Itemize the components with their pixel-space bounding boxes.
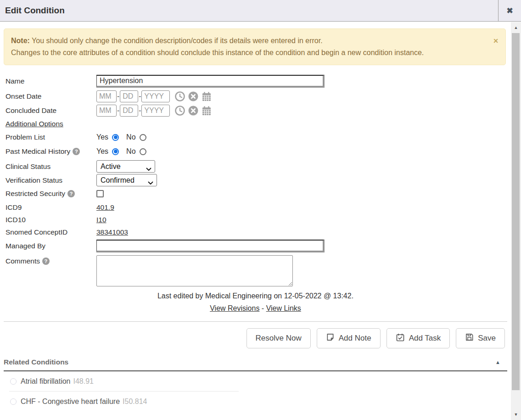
problem-list-radio-group: Yes No xyxy=(96,133,146,141)
dialog-title: Edit Condition xyxy=(0,6,65,16)
onset-date-tools xyxy=(174,91,212,102)
problem-list-yes-radio[interactable] xyxy=(112,134,119,141)
resolve-now-button[interactable]: Resolve Now xyxy=(246,328,311,348)
calendar-icon[interactable] xyxy=(201,91,212,102)
verification-status-select[interactable]: Confirmed xyxy=(96,174,157,186)
row-concluded-date: Concluded Date - - xyxy=(6,105,511,117)
clock-icon[interactable] xyxy=(174,105,185,116)
scrollbar-thumb[interactable] xyxy=(512,33,520,390)
add-note-label: Add Note xyxy=(339,334,371,343)
related-conditions-header[interactable]: Related Conditions ▲ xyxy=(4,358,507,371)
row-problem-list: Problem List Yes No xyxy=(6,132,511,143)
condition-radio-icon[interactable] xyxy=(10,398,17,405)
row-name: Name xyxy=(6,75,511,88)
action-buttons: Resolve Now Add Note Add Task Save xyxy=(0,328,505,348)
managed-by-input[interactable] xyxy=(96,240,325,252)
onset-month-input[interactable] xyxy=(96,90,117,102)
restricted-security-checkbox[interactable] xyxy=(96,190,104,197)
clock-icon[interactable] xyxy=(174,91,185,102)
row-icd9: ICD9 401.9 xyxy=(6,202,511,213)
date-separator: - xyxy=(139,106,141,115)
help-icon[interactable]: ? xyxy=(73,148,80,155)
links-separator: - xyxy=(262,304,264,312)
banner-dismiss-icon[interactable]: ✕ xyxy=(493,35,499,47)
concluded-day-input[interactable] xyxy=(120,105,138,117)
verification-status-value: Confirmed xyxy=(101,176,134,185)
add-note-button[interactable]: Add Note xyxy=(317,328,381,348)
condition-code: I50.814 xyxy=(123,398,147,406)
condition-form: Name Onset Date - - xyxy=(0,75,511,286)
clinical-status-select[interactable]: Active xyxy=(96,160,155,173)
row-managed-by: Managed By xyxy=(6,240,511,252)
no-label: No xyxy=(126,147,135,156)
date-separator: - xyxy=(117,92,119,101)
clear-date-icon[interactable] xyxy=(188,91,199,102)
onset-year-input[interactable] xyxy=(141,90,170,102)
comments-textarea[interactable] xyxy=(96,255,293,286)
clear-date-icon[interactable] xyxy=(188,105,199,116)
condition-name: Atrial fibrillation xyxy=(21,377,70,386)
yes-label: Yes xyxy=(96,133,108,141)
help-icon[interactable]: ? xyxy=(67,190,75,197)
no-label: No xyxy=(126,133,135,141)
collapse-icon[interactable]: ▲ xyxy=(495,359,507,365)
scroll-up-icon[interactable]: ▲ xyxy=(511,24,521,31)
comments-text: Comments xyxy=(6,257,40,265)
warning-line-1: Note: You should only change the conditi… xyxy=(11,35,487,47)
row-onset-date: Onset Date - - xyxy=(6,90,511,102)
note-icon xyxy=(326,333,335,344)
save-icon xyxy=(465,333,474,344)
snomed-link[interactable]: 38341003 xyxy=(96,228,128,236)
snomed-label: Snomed ConceptID xyxy=(6,228,96,236)
additional-options-link[interactable]: Additional Options xyxy=(6,120,63,128)
concluded-date-label: Concluded Date xyxy=(6,106,96,115)
verification-status-label: Verification Status xyxy=(6,176,96,185)
pmh-no-radio[interactable] xyxy=(140,148,146,155)
warning-text-1: You should only change the condition des… xyxy=(30,37,323,45)
past-medical-history-text: Past Medical History xyxy=(6,147,70,156)
pmh-yes-radio[interactable] xyxy=(112,148,119,155)
save-button[interactable]: Save xyxy=(456,328,505,348)
onset-date-label: Onset Date xyxy=(6,92,96,101)
related-conditions-title: Related Conditions xyxy=(4,358,68,366)
date-separator: - xyxy=(117,106,119,115)
view-revisions-link[interactable]: View Revisions xyxy=(210,304,259,312)
condition-code: I48.91 xyxy=(73,377,93,386)
warning-line-2: Changes to the core attributes of a cond… xyxy=(11,47,487,59)
save-label: Save xyxy=(478,334,496,343)
concluded-month-input[interactable] xyxy=(96,105,117,117)
help-icon[interactable]: ? xyxy=(42,258,50,265)
add-task-button[interactable]: Add Task xyxy=(387,328,450,348)
name-input[interactable] xyxy=(96,75,325,88)
comments-label: Comments ? xyxy=(6,257,96,265)
section-divider xyxy=(4,321,507,322)
scroll-down-icon[interactable]: ▼ xyxy=(511,411,521,418)
dialog-titlebar: Edit Condition ✖ xyxy=(0,0,521,22)
warning-banner: Note: You should only change the conditi… xyxy=(4,28,506,65)
row-clinical-status: Clinical Status Active xyxy=(6,160,511,173)
restricted-security-label: Restricted Security ? xyxy=(6,190,96,198)
condition-radio-icon[interactable] xyxy=(10,378,17,385)
chevron-down-icon xyxy=(148,179,153,187)
last-edited-text: Last edited by Medical Engineering on 12… xyxy=(0,292,511,300)
resolve-now-label: Resolve Now xyxy=(256,334,302,343)
row-additional-options: Additional Options xyxy=(6,118,511,129)
list-item[interactable]: Atrial fibrillation I48.91 xyxy=(4,371,507,391)
pmh-radio-group: Yes No xyxy=(96,147,146,156)
concluded-year-input[interactable] xyxy=(141,105,170,117)
list-item[interactable]: CHF - Congestive heart failure I50.814 xyxy=(4,392,507,411)
onset-day-input[interactable] xyxy=(120,90,138,102)
row-icd10: ICD10 I10 xyxy=(6,215,511,225)
view-links-link[interactable]: View Links xyxy=(266,304,301,312)
icd9-link[interactable]: 401.9 xyxy=(96,203,114,212)
revision-links: View Revisions - View Links xyxy=(0,304,511,313)
icd10-link[interactable]: I10 xyxy=(96,216,106,224)
restricted-security-text: Restricted Security xyxy=(6,190,65,198)
problem-list-no-radio[interactable] xyxy=(140,134,146,141)
calendar-icon[interactable] xyxy=(201,105,212,116)
clinical-status-value: Active xyxy=(101,162,121,171)
related-conditions-section: Related Conditions ▲ Atrial fibrillation… xyxy=(4,358,507,411)
vertical-scrollbar[interactable]: ▲ ▼ xyxy=(511,22,521,420)
clinical-status-label: Clinical Status xyxy=(6,162,96,171)
close-button[interactable]: ✖ xyxy=(498,0,521,22)
